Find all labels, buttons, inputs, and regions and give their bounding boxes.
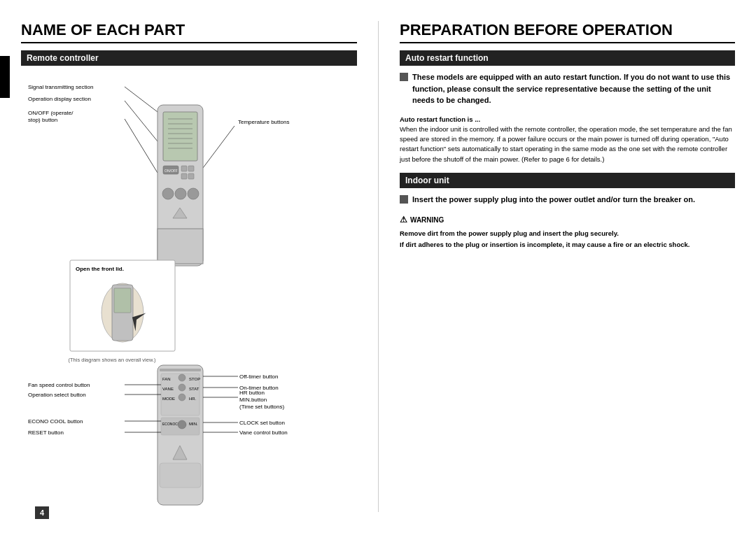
svg-rect-37 — [160, 369, 201, 371]
svg-text:ON/OFF (operate/: ON/OFF (operate/ — [28, 110, 74, 116]
warning-block: ⚠ WARNING Remove dirt from the power sup… — [400, 213, 735, 250]
svg-point-47 — [178, 394, 186, 401]
remote-diagram-svg: Signal transmitting section Operation di… — [21, 71, 336, 519]
svg-text:Signal transmitting section: Signal transmitting section — [28, 84, 93, 90]
svg-rect-21 — [188, 166, 194, 171]
svg-text:VANE: VANE — [162, 387, 174, 391]
svg-text:CLOCK set button: CLOCK set button — [239, 420, 285, 426]
svg-text:(Time set buttons): (Time set buttons) — [239, 404, 285, 410]
auto-restart-bold: These models are equipped with an auto r… — [412, 71, 735, 106]
bullet-icon-2 — [400, 195, 408, 204]
indoor-unit-header: Indoor unit — [400, 173, 735, 188]
svg-rect-33 — [114, 288, 131, 313]
indoor-unit-notice: Insert the power supply plug into the po… — [412, 194, 695, 206]
auto-restart-header: Auto restart function — [400, 50, 735, 66]
svg-text:Off-timer button: Off-timer button — [239, 374, 278, 380]
svg-text:Vane control button: Vane control button — [239, 429, 288, 436]
svg-line-0 — [125, 87, 158, 112]
auto-restart-notice: These models are equipped with an auto r… — [400, 71, 735, 106]
svg-text:MIN.: MIN. — [189, 422, 198, 426]
svg-line-4 — [125, 119, 158, 173]
warning-label: WARNING — [410, 215, 444, 226]
svg-point-45 — [178, 374, 186, 381]
svg-text:Operation select button: Operation select button — [28, 392, 86, 398]
svg-text:ON/OFF: ON/OFF — [164, 169, 178, 173]
svg-rect-28 — [158, 229, 203, 264]
svg-point-25 — [175, 188, 186, 199]
warning-icon: ⚠ — [400, 213, 407, 227]
svg-text:(This diagram shows an overall: (This diagram shows an overall view.) — [68, 357, 156, 363]
svg-text:HR button: HR button — [239, 390, 265, 396]
svg-line-7 — [203, 126, 234, 168]
svg-text:Operation display section: Operation display section — [28, 96, 91, 102]
svg-rect-53 — [160, 463, 201, 488]
remote-diagram-area: Signal transmitting section Operation di… — [21, 71, 336, 519]
svg-text:HR.: HR. — [189, 397, 197, 401]
svg-text:Temperature buttons: Temperature buttons — [238, 119, 289, 125]
warning-line-1: Remove dirt from the power supply plug a… — [400, 228, 735, 239]
left-column: NAME OF EACH PART Remote controller Sign… — [21, 21, 357, 512]
right-title: PREPARATION BEFORE OPERATION — [400, 21, 735, 43]
column-divider — [378, 21, 379, 512]
svg-text:stop) button: stop) button — [28, 117, 57, 123]
svg-text:ECONO COOL button: ECONO COOL button — [28, 418, 83, 425]
svg-rect-10 — [163, 112, 197, 161]
svg-text:MIN.button: MIN.button — [239, 397, 267, 403]
svg-text:FAN: FAN — [162, 377, 171, 381]
svg-rect-20 — [181, 166, 187, 171]
bullet-icon — [400, 73, 408, 81]
warning-line-2: If dirt adheres to the plug or insertion… — [400, 239, 735, 250]
svg-rect-23 — [188, 173, 194, 179]
svg-text:STAT: STAT — [189, 387, 200, 391]
page-tab — [0, 56, 10, 98]
auto-restart-text: When the indoor unit is controlled with … — [400, 125, 732, 163]
right-column: PREPARATION BEFORE OPERATION Auto restar… — [400, 21, 735, 512]
auto-restart-sub-label: Auto restart function is ... — [400, 115, 480, 123]
svg-point-26 — [188, 188, 199, 199]
left-title: NAME OF EACH PART — [21, 21, 357, 43]
auto-restart-body: Auto restart function is ... When the in… — [400, 115, 735, 164]
svg-text:MODE: MODE — [162, 397, 175, 401]
svg-point-50 — [178, 420, 186, 429]
remote-controller-header: Remote controller — [21, 50, 357, 66]
svg-text:RESET button: RESET button — [28, 429, 64, 436]
indoor-unit-notice-box: Insert the power supply plug into the po… — [400, 194, 735, 206]
svg-text:Fan speed control button: Fan speed control button — [28, 382, 90, 388]
svg-rect-22 — [181, 173, 187, 179]
svg-text:Open the front lid.: Open the front lid. — [76, 266, 124, 272]
warning-title: ⚠ WARNING — [400, 213, 735, 227]
svg-line-2 — [125, 101, 158, 141]
svg-text:STOP: STOP — [189, 377, 200, 381]
svg-point-24 — [162, 188, 174, 199]
page-number: 4 — [35, 506, 49, 519]
svg-point-46 — [178, 384, 186, 391]
indoor-unit-section: Indoor unit Insert the power supply plug… — [400, 173, 735, 250]
